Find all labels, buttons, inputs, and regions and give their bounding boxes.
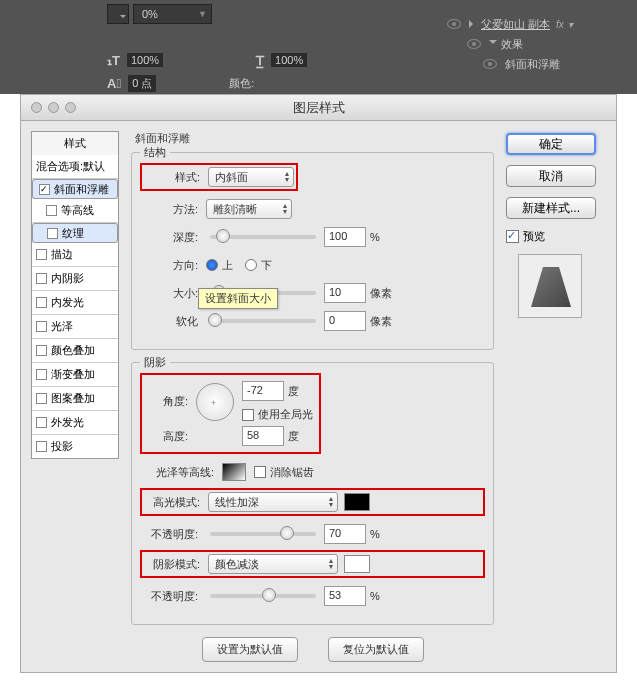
- layers-panel: 父爱如山 副本 fx ▾ 效果 斜面和浮雕: [447, 14, 617, 74]
- zoom-dot[interactable]: [65, 102, 76, 113]
- checkbox[interactable]: [36, 345, 47, 356]
- text-size-1[interactable]: 100%: [126, 52, 164, 68]
- depth-slider[interactable]: [210, 235, 316, 239]
- blend-options-row[interactable]: 混合选项:默认: [32, 155, 118, 179]
- dir-up-radio[interactable]: [206, 259, 218, 271]
- dir-up-label: 上: [222, 258, 233, 273]
- antialias-checkbox[interactable]: [254, 466, 266, 478]
- deg-unit: 度: [288, 384, 299, 399]
- checkbox[interactable]: [36, 297, 47, 308]
- updown-icon: ▴▾: [329, 558, 333, 570]
- sh-color-swatch[interactable]: [344, 555, 370, 573]
- hi-op-label: 不透明度:: [142, 527, 198, 542]
- sh-op-input[interactable]: 53: [324, 586, 366, 606]
- percent-unit: %: [370, 231, 380, 243]
- gloss-label: 光泽等高线:: [142, 465, 214, 480]
- ok-button[interactable]: 确定: [506, 133, 596, 155]
- depth-input[interactable]: 100: [324, 227, 366, 247]
- checkbox[interactable]: [36, 321, 47, 332]
- size-input[interactable]: 10: [324, 283, 366, 303]
- leading-value[interactable]: 0 点: [127, 74, 157, 93]
- global-light-label: 使用全局光: [258, 407, 313, 422]
- hi-color-swatch[interactable]: [344, 493, 370, 511]
- style-label: 样式:: [144, 170, 200, 185]
- new-style-button[interactable]: 新建样式...: [506, 197, 596, 219]
- zoom-value: 0%: [142, 8, 158, 20]
- titlebar: 图层样式: [21, 95, 616, 121]
- triangle-down-icon[interactable]: [489, 40, 497, 48]
- method-label: 方法:: [142, 202, 198, 217]
- checkbox[interactable]: [36, 417, 47, 428]
- style-list-panel: 样式 混合选项:默认 斜面和浮雕 等高线 纹理 描边 内阴影 内发光 光泽 颜色…: [31, 131, 119, 662]
- checkbox[interactable]: [36, 441, 47, 452]
- dialog-title: 图层样式: [293, 99, 345, 117]
- soften-slider[interactable]: [210, 319, 316, 323]
- updown-icon: ▴▾: [285, 171, 289, 183]
- reset-default-button[interactable]: 复位为默认值: [328, 637, 424, 662]
- style-row-dropshadow[interactable]: 投影: [32, 435, 118, 458]
- style-row-innerglow[interactable]: 内发光: [32, 291, 118, 315]
- sh-mode-select[interactable]: 颜色减淡 ▴▾: [208, 554, 338, 574]
- dir-down-radio[interactable]: [245, 259, 257, 271]
- chevron-down-icon[interactable]: ▾: [568, 19, 573, 30]
- layer-name[interactable]: 父爱如山 副本: [481, 17, 550, 32]
- checkbox[interactable]: [36, 369, 47, 380]
- checkbox[interactable]: [36, 273, 47, 284]
- angle-wheel[interactable]: [196, 383, 234, 421]
- text-size-2[interactable]: 100%: [270, 52, 308, 68]
- soften-input[interactable]: 0: [324, 311, 366, 331]
- app-toolbar: 0% ▼ 父爱如山 副本 fx ▾ 效果 斜面和浮雕 ₁T 100% T̲ 10…: [0, 0, 637, 94]
- preview-label: 预览: [523, 229, 545, 244]
- style-row-contour[interactable]: 等高线: [32, 199, 118, 223]
- bevel-settings: 斜面和浮雕 结构 样式: 内斜面 ▴▾ 方法: 雕刻清晰: [119, 131, 506, 662]
- style-row-gradoverlay[interactable]: 渐变叠加: [32, 363, 118, 387]
- percent-unit: %: [370, 590, 380, 602]
- eye-icon[interactable]: [447, 19, 461, 29]
- struct-title: 结构: [140, 145, 170, 160]
- style-row-outerglow[interactable]: 外发光: [32, 411, 118, 435]
- gloss-contour[interactable]: [222, 463, 246, 481]
- style-row-patternoverlay[interactable]: 图案叠加: [32, 387, 118, 411]
- fx-badge[interactable]: fx: [556, 19, 564, 30]
- checkbox[interactable]: [46, 205, 57, 216]
- preview-thumb: [518, 254, 582, 318]
- checkbox[interactable]: [39, 184, 50, 195]
- caption-text: 这里的参数只是一个参考，大家可以根据在实际的应用当中调整参数: [0, 673, 637, 680]
- checkbox[interactable]: [47, 228, 58, 239]
- checkbox[interactable]: [36, 249, 47, 260]
- style-tab[interactable]: 样式: [31, 131, 119, 155]
- style-row-texture[interactable]: 纹理: [32, 223, 118, 243]
- hi-op-slider[interactable]: [210, 532, 316, 536]
- size-label: 大小:: [142, 286, 198, 301]
- method-select[interactable]: 雕刻清晰 ▴▾: [206, 199, 292, 219]
- set-default-button[interactable]: 设置为默认值: [202, 637, 298, 662]
- sh-op-slider[interactable]: [210, 594, 316, 598]
- alt-label: 高度:: [148, 429, 188, 444]
- checkbox[interactable]: [36, 393, 47, 404]
- style-row-coloroverlay[interactable]: 颜色叠加: [32, 339, 118, 363]
- triangle-right-icon[interactable]: [469, 20, 477, 28]
- style-row-bevel[interactable]: 斜面和浮雕: [32, 179, 118, 199]
- close-dot[interactable]: [31, 102, 42, 113]
- cancel-button[interactable]: 取消: [506, 165, 596, 187]
- tool-icon[interactable]: [107, 4, 129, 24]
- effect-bevel[interactable]: 斜面和浮雕: [505, 57, 560, 72]
- hi-mode-select[interactable]: 线性加深 ▴▾: [208, 492, 338, 512]
- alt-input[interactable]: 58: [242, 426, 284, 446]
- style-row-innershadow[interactable]: 内阴影: [32, 267, 118, 291]
- min-dot[interactable]: [48, 102, 59, 113]
- text-size-icon: ₁T: [107, 53, 120, 68]
- zoom-select[interactable]: 0% ▼: [133, 4, 212, 24]
- global-light-checkbox[interactable]: [242, 409, 254, 421]
- effects-label[interactable]: 效果: [501, 37, 523, 52]
- style-select[interactable]: 内斜面 ▴▾: [208, 167, 294, 187]
- hi-op-input[interactable]: 70: [324, 524, 366, 544]
- style-row-stroke[interactable]: 描边: [32, 243, 118, 267]
- chevron-down-icon: ▼: [198, 9, 207, 19]
- eye-icon[interactable]: [483, 59, 497, 69]
- style-row-satin[interactable]: 光泽: [32, 315, 118, 339]
- preview-checkbox[interactable]: [506, 230, 519, 243]
- angle-input[interactable]: -72: [242, 381, 284, 401]
- text-size-row: ₁T 100% T̲ 100%: [107, 52, 308, 68]
- eye-icon[interactable]: [467, 39, 481, 49]
